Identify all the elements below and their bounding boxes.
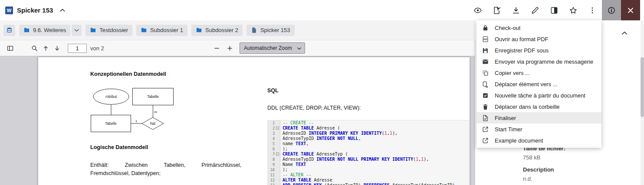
- folder-icon: [90, 27, 96, 33]
- breadcrumb-label: Subdossier 1: [150, 27, 183, 33]
- zoom-in-button[interactable]: [224, 42, 235, 54]
- topbar: W Spicker 153: [0, 0, 644, 20]
- copy-icon: [482, 69, 489, 77]
- menu-item-enregistrer-pdf-sous[interactable]: Enregistrer PDF sous: [476, 45, 601, 56]
- folder-icon: [141, 27, 147, 33]
- code-fold-marker[interactable]: [276, 153, 279, 156]
- menu-item-deplacer-element-vers[interactable]: Déplacer élément vers ...: [476, 78, 601, 90]
- breadcrumb-dropdown-toggle[interactable]: [72, 25, 82, 36]
- er-label-tabelle-left: Tabelle: [105, 121, 117, 126]
- code-line: 9Name TEXT: [268, 162, 468, 167]
- code-line: 12ALTER TABLE Adresse: [268, 178, 468, 183]
- svg-text:PDF: PDF: [483, 38, 487, 40]
- zoom-controls: Automatischer Zoom: [211, 40, 305, 56]
- close-button[interactable]: [621, 0, 640, 20]
- pdf-icon: PDF: [482, 36, 489, 43]
- er-label-tabelle-top: Tabelle: [147, 94, 159, 99]
- pdf-canvas: Konzeptionellen Datenmodell Attribut Tab…: [0, 56, 475, 185]
- breadcrumb-item-subdossier-2[interactable]: Subdossier 2: [191, 25, 243, 36]
- info-button[interactable]: [602, 0, 621, 20]
- more-actions-button[interactable]: [583, 0, 602, 20]
- more-vert-icon: [588, 6, 597, 15]
- code-line: 5name TEXT,: [268, 141, 468, 146]
- breadcrumb-label: Spicker 153: [260, 27, 290, 33]
- breadcrumb-item-subdossier-1[interactable]: Subdossier 1: [136, 25, 187, 36]
- next-page-button[interactable]: [51, 42, 62, 54]
- file-info-fields: Taille de fichier: 758 kB Description n.…: [523, 145, 565, 182]
- code-line: 2CREATE TABLE Adresse (: [268, 126, 468, 131]
- favorite-button[interactable]: [564, 0, 583, 20]
- er-cardinality-m: m: [154, 110, 157, 114]
- svg-text:W: W: [7, 8, 12, 13]
- document-title: Spicker 153: [17, 6, 53, 14]
- description-label: Description: [523, 166, 565, 173]
- pdf-toolbar: von 2 Automatischer Zoom: [0, 40, 475, 56]
- code-fold-marker[interactable]: [276, 127, 279, 130]
- breadcrumb-item-weiteres[interactable]: 9.6. Weiteres: [19, 25, 70, 36]
- menu-item-ouvrir-au-format-pdf[interactable]: PDFOuvrir au format PDF: [476, 33, 601, 45]
- menu-item-copier-vers[interactable]: Copier vers ...: [476, 67, 601, 78]
- menu-item-nouvelle-tache-a-partir-du-document[interactable]: Nouvelle tâche à partir du document: [476, 90, 601, 101]
- scrollbar: [641, 20, 644, 185]
- doc-paragraph: Enthält: Zwischen Tabellen, Primärschlüs…: [90, 161, 241, 178]
- external-link-icon: [482, 126, 489, 133]
- menu-item-check-out[interactable]: Check-out: [476, 22, 601, 33]
- menu-item-deplacer-dans-la-corbeille[interactable]: Déplacer dans la corbeille: [476, 101, 601, 112]
- document-icon: [251, 27, 257, 33]
- er-label-attribut: Attribut: [105, 94, 117, 99]
- menu-item-start-timer[interactable]: Start Timer: [476, 123, 601, 135]
- previous-page-button[interactable]: [40, 42, 51, 54]
- preview-button[interactable]: [468, 0, 487, 20]
- code-line: 13ADD FOREIGN KEY (AdresseTypID) REFEREN…: [268, 183, 468, 185]
- menu-item-finaliser[interactable]: Finaliser: [476, 112, 601, 123]
- breadcrumb-item-testdossier[interactable]: Testdossier: [85, 25, 132, 36]
- zoom-out-button[interactable]: [211, 42, 222, 54]
- code-line: 4AdresseTypID INTEGER NOT NULL,: [268, 136, 468, 141]
- menu-item-label: Nouvelle tâche à partir du document: [495, 92, 585, 99]
- page-number-input[interactable]: [68, 44, 87, 53]
- breadcrumb-label: Subdossier 2: [205, 27, 238, 33]
- er-label-relation: hat: [150, 121, 155, 126]
- topbar-actions: [468, 0, 644, 20]
- edit-document-button[interactable]: [487, 0, 506, 20]
- menu-item-label: Example document: [495, 137, 543, 144]
- close-icon: [626, 6, 635, 15]
- app-window: W Spicker 153 9.6. WeiteresTestdossierSu…: [0, 0, 644, 185]
- menu-item-label: Déplacer élément vers ...: [495, 81, 558, 88]
- doc-heading-sql: SQL: [267, 88, 279, 94]
- contrast-icon: [550, 6, 559, 15]
- external-link-icon: [482, 137, 489, 144]
- code-line: 10);: [268, 167, 468, 172]
- lock-icon: [482, 24, 489, 32]
- page-count-label: von 2: [90, 45, 104, 52]
- code-line: 11-- ALTER --: [268, 172, 468, 178]
- zoom-select-label: Automatischer Zoom: [244, 45, 292, 51]
- annotate-button[interactable]: [526, 0, 545, 20]
- pdf-page: Konzeptionellen Datenmodell Attribut Tab…: [38, 57, 470, 185]
- reader-mode-button[interactable]: [545, 0, 564, 20]
- collapse-header-icon[interactable]: [59, 7, 66, 14]
- doc-heading-logisch: Logische Datenmodell: [90, 144, 148, 150]
- panel-collapse-icon[interactable]: [621, 29, 628, 37]
- word-doc-icon: W: [5, 6, 13, 14]
- breadcrumb-item-spicker-153[interactable]: Spicker 153: [246, 25, 295, 36]
- doc-ddl-line: DDL (CREATE, DROP, ALTER, VIEW):: [267, 105, 361, 111]
- star-icon: [569, 6, 578, 15]
- scrollbar-thumb[interactable]: [641, 57, 644, 117]
- toggle-sidebar-button[interactable]: [4, 42, 16, 54]
- save-icon: [482, 47, 489, 54]
- menu-item-example-document[interactable]: Example document: [476, 135, 601, 146]
- breadcrumb-label: Testdossier: [99, 27, 128, 33]
- breadcrumb-label: 9.6. Weiteres: [33, 27, 66, 33]
- zoom-select[interactable]: Automatischer Zoom: [240, 42, 305, 54]
- download-button[interactable]: [506, 0, 526, 20]
- search-button[interactable]: [29, 42, 40, 54]
- code-block: 1-- CREATE --2CREATE TABLE Adresse (3Adr…: [267, 120, 469, 185]
- repository-chip[interactable]: [3, 25, 15, 36]
- pdf-viewer: von 2 Automatischer Zoom Konzeptionellen…: [0, 40, 475, 185]
- context-menu: Check-outPDFOuvrir au format PDFEnregist…: [476, 20, 601, 148]
- menu-item-envoyer-via-programme-de-messagerie[interactable]: Envoyer via programme de messagerie: [476, 56, 601, 67]
- code-line: 6);: [268, 146, 468, 152]
- doc-heading-konzeptionell: Konzeptionellen Datenmodell: [90, 71, 166, 77]
- code-line: 3AdresseID INTEGER PRIMARY KEY IDENTITY(…: [268, 131, 468, 136]
